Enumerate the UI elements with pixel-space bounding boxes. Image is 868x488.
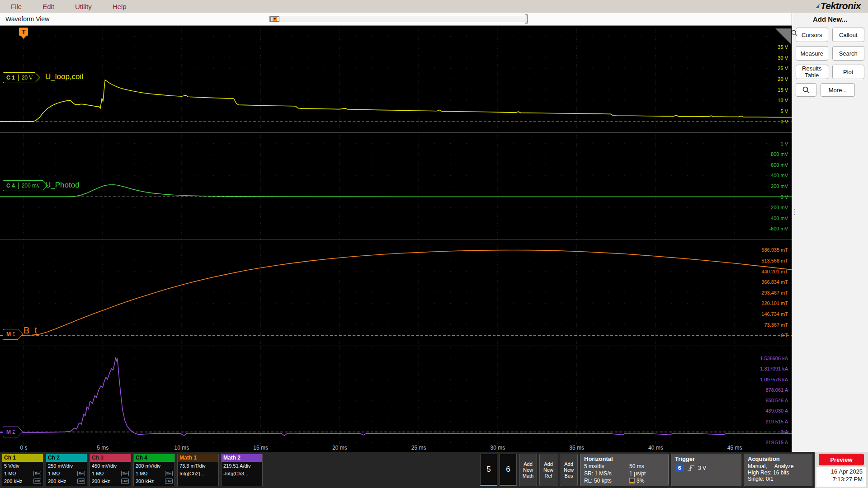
channel-cards: Ch 15 V/div1 MΩBw200 kHzBwCh 2250 mV/div…	[2, 454, 263, 486]
axis-label: -219.515 A	[764, 440, 788, 445]
preview-button[interactable]: Preview	[819, 454, 864, 465]
bottombar: Ch 15 V/div1 MΩBw200 kHzBwCh 2250 mV/div…	[0, 452, 868, 488]
zoom-tool-button[interactable]	[796, 83, 816, 97]
waveform-slice-math1[interactable]: 586.935 mT513.568 mT440.201 mT366.834 mT…	[0, 239, 792, 346]
main-area: Waveform View T 35 V30 V25 V20 V15 V10 V…	[0, 13, 868, 452]
channel-card-value: 200 mV/div	[136, 463, 160, 469]
more-button[interactable]: More...	[821, 83, 855, 97]
add-new-button-line: New	[564, 467, 574, 473]
waveform-view-column: Waveform View T 35 V30 V25 V20 V15 V10 V…	[0, 13, 792, 452]
trigger-source-badge: 6	[675, 465, 684, 472]
plot-button[interactable]: Plot	[832, 65, 865, 79]
menu-item-edit[interactable]: Edit	[42, 3, 54, 10]
source-button-6[interactable]: 6	[500, 454, 517, 486]
axis-label: 0 T	[781, 333, 788, 338]
add-new-bus-button[interactable]: AddNewBus	[560, 454, 578, 486]
menubar: FileEditUtilityHelp Tektronix	[0, 0, 868, 13]
waveform-slice-math2[interactable]: 1.536606 kA1.317091 kA1.097576 kA878.061…	[0, 346, 792, 452]
zoom-corner-button[interactable]	[775, 28, 791, 44]
waveform-view-title: Waveform View	[5, 15, 49, 23]
add-new-button-line: Add	[564, 461, 573, 467]
channel-card-row: 1 MΩBw	[2, 469, 43, 477]
trigger-panel[interactable]: Trigger 6 3 V	[671, 454, 741, 486]
axis-label: 219.515 A	[765, 419, 788, 424]
channel-card-title: Math 2	[222, 454, 262, 462]
channel-card-row: 1 MΩBw	[46, 469, 87, 477]
waveform-slice-ch1[interactable]: 35 V30 V25 V20 V15 V10 V5 V0 VC 120 VU_l…	[0, 26, 792, 132]
axis-label: 25 V	[778, 66, 788, 71]
axis-label: 10 V	[778, 98, 788, 103]
search-button[interactable]: Search	[832, 46, 865, 61]
channel-badge-ch1[interactable]: C 120 V	[3, 72, 35, 83]
channel-card-row: 200 kHzBw	[2, 477, 43, 485]
channel-card-value: 450 mV/div	[92, 463, 117, 469]
horizontal-position-bar[interactable]: T	[269, 16, 528, 22]
menu-item-utility[interactable]: Utility	[75, 3, 92, 10]
channel-card-ch1[interactable]: Ch 15 V/div1 MΩBw200 kHzBw	[2, 454, 43, 486]
callout-button[interactable]: Callout	[832, 28, 865, 42]
channel-card-value: 1 MΩ	[136, 471, 148, 476]
tektronix-logo: Tektronix	[816, 0, 861, 11]
axis-label: 658.546 A	[765, 398, 788, 403]
channel-card-ch2[interactable]: Ch 2250 mV/div1 MΩBw200 kHzBw	[46, 454, 87, 486]
channel-card-math1[interactable]: Math 173.3 mT/divIntg(Ch2)...	[177, 454, 219, 486]
channel-card-value: 200 kHz	[4, 479, 22, 484]
channel-card-row: 1 MΩBw	[134, 469, 175, 477]
channel-badge-id: M 2	[6, 429, 15, 435]
horizontal-position-handle[interactable]: T	[270, 16, 279, 22]
add-new-button-line: Bus	[565, 473, 573, 479]
slice-graticule-svg: 35 V30 V25 V20 V15 V10 V5 V0 V	[0, 26, 792, 132]
trigger-settings-row: 6 3 V	[675, 465, 737, 472]
axis-label: 586.935 mT	[761, 247, 788, 253]
channel-badge-ch4[interactable]: C 4200 mV	[3, 180, 43, 191]
channel-card-math2[interactable]: Math 2219.51 A/div-Intg(Ch3...	[221, 454, 263, 486]
channel-card-value: 250 mV/div	[48, 463, 73, 469]
cursors-button[interactable]: Cursors	[796, 28, 828, 42]
horizontal-grid: 5 ms/div 50 ms SR: 1 MS/s 1 µs/pt RL: 50…	[584, 463, 665, 484]
source-button-5[interactable]: 5	[480, 454, 497, 486]
x-axis-label: 5 ms	[97, 445, 108, 451]
measure-button[interactable]: Measure	[796, 46, 828, 61]
axis-label: 220.101 mT	[761, 300, 788, 306]
slice-graticule-svg: 1.536606 kA1.317091 kA1.097576 kA878.061…	[0, 346, 792, 453]
magnifier-icon	[802, 86, 810, 94]
bandwidth-limit-icon: Bw	[121, 471, 129, 476]
sample-rate: SR: 1 MS/s	[584, 470, 629, 477]
channel-badge-math2[interactable]: M 2	[3, 427, 18, 437]
axis-label: 5 V	[780, 108, 788, 114]
trigger-flag[interactable]: T	[19, 28, 28, 36]
add-new-button-grid: CursorsCalloutMeasureSearchResults Table…	[796, 28, 864, 79]
waveform-slice-ch4[interactable]: 1 V800 mV600 mV400 mV200 mV0 V-200 mV-40…	[0, 132, 792, 239]
menu-item-help[interactable]: Help	[113, 3, 127, 10]
time-label: 7:13:27 PM	[820, 475, 863, 483]
right-sidebar: ⋮ Add New... CursorsCalloutMeasureSearch…	[792, 13, 868, 452]
axis-label: 366.834 mT	[761, 279, 788, 285]
memory-gauge-icon	[629, 478, 635, 483]
channel-card-ch4[interactable]: Ch 4200 mV/div1 MΩBw200 kHzBw	[133, 454, 175, 486]
axis-label: 878.061 A	[765, 387, 788, 393]
add-new-math-button[interactable]: AddNewMath	[519, 454, 537, 486]
channel-card-title: Ch 3	[90, 454, 131, 462]
sample-interval: 1 µs/pt	[629, 470, 665, 477]
acquisition-single: Single: 0/1	[748, 476, 808, 482]
channel-card-row: 200 mV/div	[134, 462, 175, 469]
acquisition-mode-row: Manual, Analyze	[748, 463, 808, 469]
add-new-ref-button[interactable]: AddNewRef	[539, 454, 557, 486]
x-axis-label: 0 s	[20, 445, 27, 451]
record-length: RL: 50 kpts	[584, 478, 629, 484]
channel-badge-scale: 200 mV	[18, 183, 40, 189]
panel-splitter-handle[interactable]: ⋮	[791, 210, 798, 214]
channel-card-row: 5 V/div	[2, 462, 43, 469]
menu-item-file[interactable]: File	[11, 3, 22, 10]
zoom-magnifier-icon	[791, 29, 798, 37]
channel-card-ch3[interactable]: Ch 3450 mV/div1 MΩBw200 kHzBw	[90, 454, 131, 486]
axis-label: 15 V	[778, 87, 788, 93]
results-table-button[interactable]: Results Table	[796, 65, 828, 79]
acquisition-panel[interactable]: Acquisition Manual, Analyze High Res: 16…	[744, 454, 812, 486]
x-axis-label: 25 ms	[411, 445, 426, 451]
horizontal-panel[interactable]: Horizontal 5 ms/div 50 ms SR: 1 MS/s 1 µ…	[580, 454, 669, 486]
channel-card-title: Math 1	[178, 454, 218, 462]
x-axis-label: 15 ms	[253, 445, 268, 451]
channel-badge-math1[interactable]: M 1	[3, 329, 18, 340]
trigger-title: Trigger	[675, 455, 737, 462]
